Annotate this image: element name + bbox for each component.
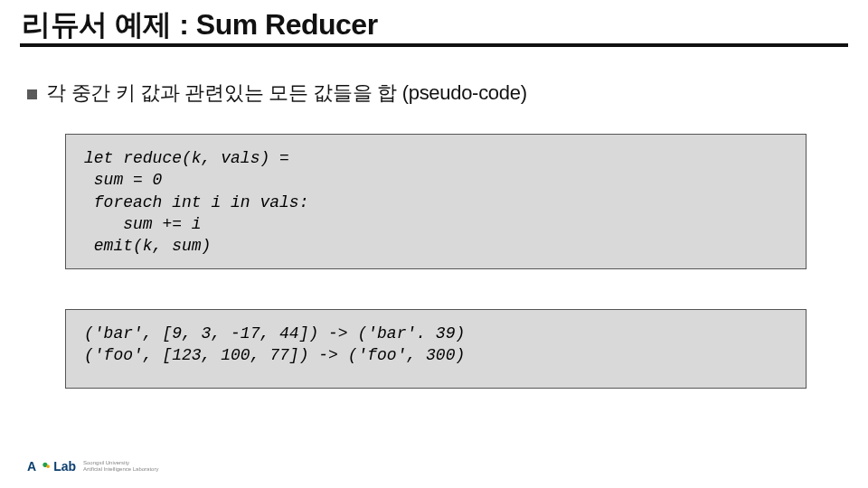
code-block-example: ('bar', [9, 3, -17, 44]) -> ('bar'. 39) …: [65, 309, 807, 389]
bullet-row: 각 중간 키 값과 관련있는 모든 값들을 합 (pseudo-code): [27, 80, 527, 107]
slide: 리듀서 예제 : Sum Reducer 각 중간 키 값과 관련있는 모든 값…: [0, 0, 868, 488]
title-underline: [20, 43, 848, 47]
page-title: 리듀서 예제 : Sum Reducer: [22, 5, 378, 45]
logo-sub-line2: Artificial Intelligence Laboratory: [83, 466, 158, 473]
logo-subtext: Soongsil University Artificial Intellige…: [83, 460, 158, 472]
logo-text-a: A: [27, 459, 37, 474]
logo-text-lab: Lab: [53, 459, 76, 474]
code-block-pseudocode: let reduce(k, vals) = sum = 0 foreach in…: [65, 134, 807, 269]
logo-dot-icon: ••: [42, 455, 51, 474]
footer-logo: A •• Lab Soongsil University Artificial …: [27, 456, 158, 475]
title-main: Sum Reducer: [196, 8, 378, 41]
bullet-text: 각 중간 키 값과 관련있는 모든 값들을 합 (pseudo-code): [46, 80, 527, 107]
logo-sub-line1: Soongsil University: [83, 460, 158, 466]
bullet-square-icon: [27, 89, 37, 99]
title-prefix: 리듀서 예제 :: [22, 8, 196, 41]
